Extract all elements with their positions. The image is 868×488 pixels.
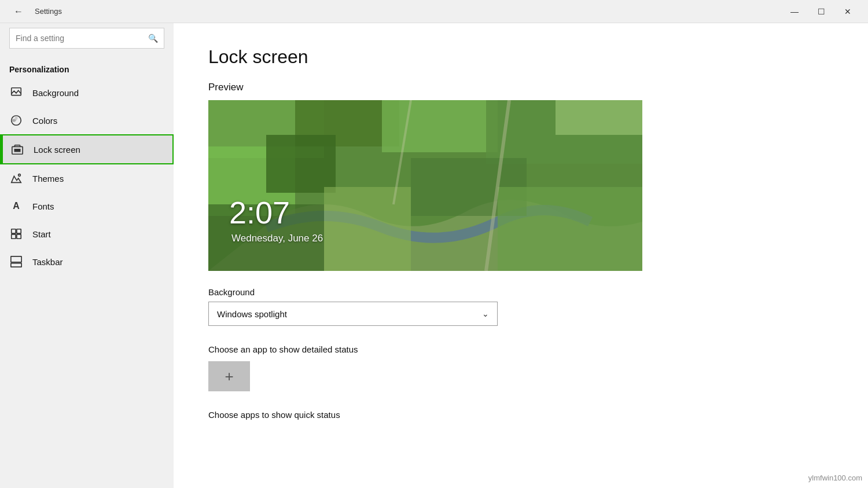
- svg-rect-10: [12, 234, 16, 239]
- sidebar-item-background-label: Background: [32, 88, 79, 98]
- sidebar-item-themes-label: Themes: [32, 174, 64, 184]
- search-icon: 🔍: [148, 34, 158, 43]
- background-icon: [9, 86, 23, 100]
- quick-status-label: Choose apps to show quick status: [208, 410, 833, 420]
- background-dropdown[interactable]: Windows spotlight ⌄: [208, 302, 498, 326]
- sidebar-item-start[interactable]: Start: [0, 220, 174, 248]
- sidebar-item-taskbar-label: Taskbar: [32, 257, 63, 267]
- detailed-status-label: Choose an app to show detailed status: [208, 344, 833, 354]
- sidebar-item-colors[interactable]: Colors: [0, 107, 174, 134]
- svg-rect-25: [324, 187, 411, 271]
- start-icon: [9, 227, 23, 241]
- svg-rect-9: [17, 229, 21, 233]
- lock-screen-preview: 2:07 Wednesday, June 26: [208, 100, 642, 271]
- sidebar-item-taskbar[interactable]: Taskbar: [0, 248, 174, 276]
- watermark: ylmfwin100.com: [808, 474, 862, 482]
- svg-rect-21: [266, 135, 336, 193]
- plus-icon: +: [225, 368, 233, 386]
- preview-date: Wednesday, June 26: [231, 233, 323, 244]
- page-title: Lock screen: [208, 46, 833, 68]
- preview-time: 2:07: [229, 195, 290, 230]
- maximize-button[interactable]: ☐: [808, 2, 834, 21]
- search-input[interactable]: [16, 34, 146, 43]
- taskbar-icon: [9, 255, 23, 269]
- sidebar-item-lock-screen[interactable]: Lock screen: [0, 134, 174, 164]
- svg-rect-3: [14, 149, 21, 152]
- background-dropdown-value: Windows spotlight: [217, 309, 287, 319]
- search-box[interactable]: 🔍: [9, 28, 164, 49]
- sidebar-item-themes[interactable]: Themes: [0, 164, 174, 192]
- lock-screen-icon: [10, 142, 24, 156]
- svg-rect-19: [556, 100, 642, 135]
- sidebar-item-start-label: Start: [32, 229, 51, 239]
- fonts-icon: A: [9, 199, 23, 213]
- svg-rect-17: [382, 100, 498, 152]
- back-button[interactable]: ←: [7, 0, 30, 23]
- chevron-down-icon: ⌄: [482, 309, 489, 318]
- svg-point-7: [19, 174, 21, 177]
- colors-icon: [9, 113, 23, 127]
- minimize-button[interactable]: —: [781, 2, 808, 21]
- svg-rect-13: [11, 256, 21, 262]
- sidebar-item-colors-label: Colors: [32, 116, 57, 126]
- sidebar-item-fonts[interactable]: A Fonts: [0, 192, 174, 220]
- close-button[interactable]: ✕: [834, 2, 861, 21]
- sidebar-item-background[interactable]: Background: [0, 79, 174, 107]
- titlebar: ← Settings — ☐ ✕: [0, 0, 868, 23]
- svg-rect-11: [17, 234, 21, 239]
- sidebar-item-fonts-label: Fonts: [32, 201, 54, 211]
- svg-rect-8: [12, 229, 16, 233]
- svg-rect-23: [498, 187, 642, 271]
- personalization-label: Personalization: [0, 58, 174, 79]
- window-title: Settings: [35, 7, 62, 16]
- background-section-label: Background: [208, 287, 833, 297]
- preview-label: Preview: [208, 82, 833, 93]
- content-area: Lock screen Preview: [174, 23, 868, 488]
- sidebar: 🔍 Personalization Background Co: [0, 23, 174, 488]
- app-container: 🔍 Personalization Background Co: [0, 23, 868, 488]
- themes-icon: [9, 171, 23, 185]
- add-detailed-app-button[interactable]: +: [208, 361, 250, 391]
- window-controls: — ☐ ✕: [781, 2, 861, 21]
- sidebar-item-lock-screen-label: Lock screen: [34, 145, 80, 155]
- svg-rect-12: [11, 263, 21, 267]
